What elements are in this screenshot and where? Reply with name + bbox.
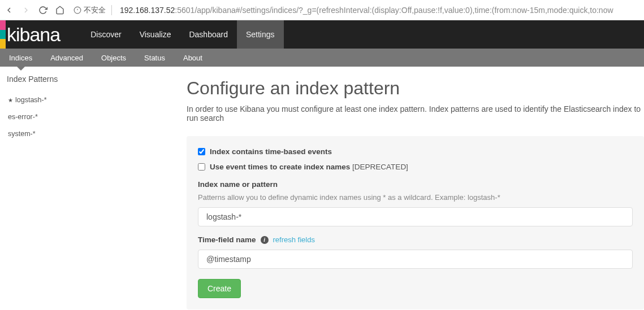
index-name-input[interactable]	[198, 207, 633, 226]
time-field-input[interactable]	[198, 250, 633, 269]
url-bar[interactable]: 192.168.137.52:5601/app/kibana#/settings…	[118, 6, 639, 15]
subnav-status[interactable]: Status	[135, 49, 174, 67]
top-nav-items: Discover Visualize Dashboard Settings	[81, 20, 283, 49]
top-nav: kibana Discover Visualize Dashboard Sett…	[0, 20, 644, 49]
subnav-indices[interactable]: Indices	[0, 49, 41, 67]
form-panel: Index contains time-based events Use eve…	[187, 136, 644, 309]
index-name-help: Patterns allow you to define dynamic ind…	[198, 193, 633, 202]
index-name-label: Index name or pattern	[198, 180, 633, 189]
url-path: /app/kibana#/settings/indices/?_g=(refre…	[195, 6, 613, 15]
url-host: 192.168.137.52	[120, 6, 175, 15]
security-label: 不安全	[84, 5, 106, 15]
sub-nav: Indices Advanced Objects Status About	[0, 49, 644, 67]
refresh-fields-link[interactable]: refresh fields	[273, 235, 315, 244]
subnav-about[interactable]: About	[174, 49, 211, 67]
checkbox-event-times[interactable]: Use event times to create index names [D…	[198, 163, 633, 171]
content: Configure an index pattern In order to u…	[187, 67, 644, 309]
subnav-advanced[interactable]: Advanced	[41, 49, 92, 67]
checkbox-time-based-input[interactable]	[198, 148, 205, 155]
sidebar-item-label: es-error-*	[8, 113, 38, 121]
sidebar-item-label: logstash-*	[15, 96, 47, 104]
info-icon[interactable]: i	[261, 236, 269, 244]
index-name-group: Index name or pattern Patterns allow you…	[198, 180, 633, 226]
sidebar: Index Patterns ★ logstash-* es-error-* s…	[0, 67, 187, 309]
nav-visualize[interactable]: Visualize	[131, 20, 180, 49]
checkbox-time-based-label: Index contains time-based events	[210, 147, 332, 156]
page-description: In order to use Kibana you must configur…	[187, 104, 644, 123]
reload-icon[interactable]	[38, 6, 47, 15]
create-button[interactable]: Create	[198, 279, 241, 298]
nav-settings[interactable]: Settings	[237, 20, 284, 49]
sidebar-heading: Index Patterns	[6, 75, 181, 84]
url-port: :5601	[175, 6, 195, 15]
kibana-logo[interactable]: kibana	[6, 20, 64, 49]
sidebar-item-label: system-*	[8, 130, 36, 138]
browser-nav-controls	[5, 6, 64, 15]
time-field-group: Time-field name i refresh fields	[198, 235, 633, 269]
browser-chrome: 不安全 192.168.137.52:5601/app/kibana#/sett…	[0, 0, 644, 20]
main-layout: Index Patterns ★ logstash-* es-error-* s…	[0, 67, 644, 309]
page-title: Configure an index pattern	[187, 78, 644, 99]
security-info[interactable]: 不安全	[74, 5, 106, 15]
sidebar-item-logstash[interactable]: ★ logstash-*	[6, 91, 181, 108]
checkbox-time-based[interactable]: Index contains time-based events	[198, 147, 633, 156]
time-field-label: Time-field name i refresh fields	[198, 235, 633, 244]
home-icon[interactable]	[55, 6, 64, 15]
back-icon[interactable]	[5, 6, 14, 15]
checkbox-event-times-input[interactable]	[198, 163, 205, 171]
nav-discover[interactable]: Discover	[81, 20, 130, 49]
checkbox-event-times-label: Use event times to create index names [D…	[210, 163, 408, 171]
logo-color-strip	[0, 20, 6, 49]
forward-icon[interactable]	[21, 6, 31, 15]
nav-dashboard[interactable]: Dashboard	[180, 20, 237, 49]
subnav-objects[interactable]: Objects	[92, 49, 135, 67]
sidebar-item-es-error[interactable]: es-error-*	[6, 108, 181, 125]
star-icon: ★	[8, 97, 13, 103]
sidebar-item-system[interactable]: system-*	[6, 125, 181, 142]
